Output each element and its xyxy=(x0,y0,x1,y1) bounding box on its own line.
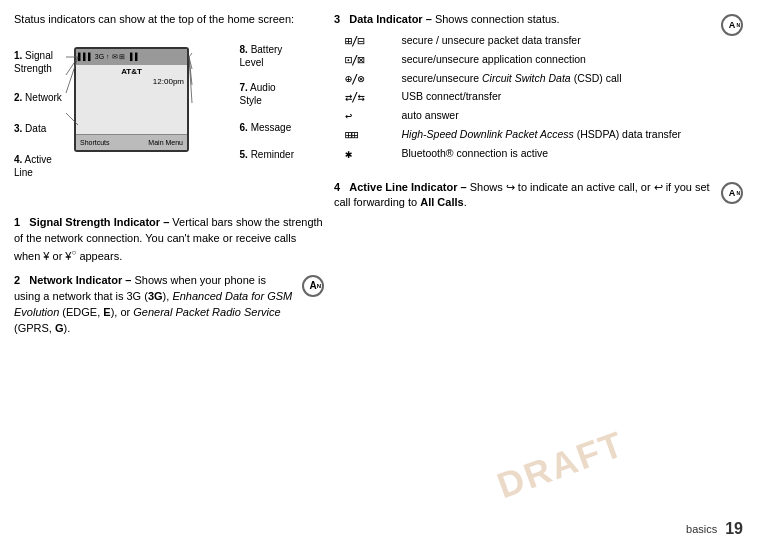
section-2-title: Network Indicator – xyxy=(29,274,131,286)
svg-line-5 xyxy=(189,57,192,69)
label-8: 8. BatteryLevel xyxy=(240,43,294,69)
section-3: 3 Data Indicator – Shows connection stat… xyxy=(334,12,743,172)
indicator-row-7: ✱ Bluetooth® connection is active xyxy=(342,145,721,164)
indicator-desc-6: High-Speed Downlink Packet Access (HSDPA… xyxy=(398,126,721,145)
label-7: 7. AudioStyle xyxy=(240,81,294,107)
indicator-icon-5: ↩ xyxy=(342,107,398,126)
intro-text: Status indicators can show at the top of… xyxy=(14,12,324,27)
indicator-row-2: ⊡/⊠ secure/unsecure application connecti… xyxy=(342,51,721,70)
left-column: Status indicators can show at the top of… xyxy=(14,12,324,534)
section-4-icon: AN xyxy=(721,182,743,204)
label-3: 3. Data xyxy=(14,122,62,135)
section-3-icon: AN xyxy=(721,14,743,36)
indicator-row-5: ↩ auto answer xyxy=(342,107,721,126)
svg-line-4 xyxy=(189,53,192,57)
section-3-body: Shows connection status. xyxy=(435,13,560,25)
shortcuts-label: Shortcuts xyxy=(80,139,110,146)
labels-right: 8. BatteryLevel 7. AudioStyle 6. Message… xyxy=(240,43,294,161)
indicator-icon-4: ⇄/⇆ xyxy=(342,88,398,107)
indicator-row-4: ⇄/⇆ USB connect/transfer xyxy=(342,88,721,107)
indicator-row-3: ⊕/⊗ secure/unsecure Circuit Switch Data … xyxy=(342,70,721,89)
labels-left: 1. SignalStrength 2. Network 3. Data 4. … xyxy=(14,49,62,179)
right-column: 3 Data Indicator – Shows connection stat… xyxy=(334,12,743,534)
indicator-desc-4: USB connect/transfer xyxy=(398,88,721,107)
page-container: Status indicators can show at the top of… xyxy=(0,0,757,546)
indicator-desc-5: auto answer xyxy=(398,107,721,126)
label-2: 2. Network xyxy=(14,91,62,104)
footer: basics 19 xyxy=(686,520,743,538)
indicator-row-6: ⊞⊞ High-Speed Downlink Packet Access (HS… xyxy=(342,126,721,145)
section-4: 4 Active Line Indicator – Shows ↪ to ind… xyxy=(334,180,743,212)
svg-line-7 xyxy=(189,57,192,103)
footer-page-number: 19 xyxy=(725,520,743,538)
carrier-name: AT&T xyxy=(76,65,187,76)
section-1-number: 1 xyxy=(14,216,20,228)
indicator-desc-1: secure / unsecure packet data transfer xyxy=(398,32,721,51)
label-6: 6. Message xyxy=(240,121,294,134)
indicator-desc-2: secure/unsecure application connection xyxy=(398,51,721,70)
phone-shortcuts-bar: Shortcuts Main Menu xyxy=(76,134,187,150)
section-2: 2 Network Indicator – Shows when your ph… xyxy=(14,273,324,337)
indicator-icon-6: ⊞⊞ xyxy=(342,126,398,145)
indicator-icon-3: ⊕/⊗ xyxy=(342,70,398,89)
phone-status-bar: ▌▌▌ 3G ↑ ✉ ⊞ ▐▐ xyxy=(76,49,187,65)
indicator-icon-7: ✱ xyxy=(342,145,398,164)
section-3-number: 3 xyxy=(334,13,340,25)
footer-word: basics xyxy=(686,523,717,535)
section-4-number: 4 xyxy=(334,181,340,193)
section-2-icon: AN xyxy=(302,275,324,297)
svg-line-6 xyxy=(189,57,192,85)
phone-time: 12:00pm xyxy=(76,76,187,87)
indicator-row-1: ⊞/⊟ secure / unsecure packet data transf… xyxy=(342,32,721,51)
indicator-icon-2: ⊡/⊠ xyxy=(342,51,398,70)
section-3-title: Data Indicator – xyxy=(349,13,432,25)
label-1: 1. SignalStrength xyxy=(14,49,62,75)
section-1-title: Signal Strength Indicator – xyxy=(29,216,169,228)
label-5: 5. Reminder xyxy=(240,148,294,161)
indicator-desc-3: secure/unsecure Circuit Switch Data (CSD… xyxy=(398,70,721,89)
indicator-desc-7: Bluetooth® connection is active xyxy=(398,145,721,164)
label-4: 4. ActiveLine xyxy=(14,153,62,179)
section-4-title: Active Line Indicator – xyxy=(349,181,466,193)
main-menu-label: Main Menu xyxy=(148,139,183,146)
phone-diagram: 1. SignalStrength 2. Network 3. Data 4. … xyxy=(14,35,294,205)
phone-screen: ▌▌▌ 3G ↑ ✉ ⊞ ▐▐ AT&T 12:00pm Shortcuts M… xyxy=(74,47,189,152)
section-1: 1 Signal Strength Indicator – Vertical b… xyxy=(14,215,324,264)
indicator-icon-1: ⊞/⊟ xyxy=(342,32,398,51)
indicator-table: ⊞/⊟ secure / unsecure packet data transf… xyxy=(342,32,721,164)
signal-icons: ▌▌▌ 3G ↑ ✉ ⊞ ▐▐ xyxy=(78,53,137,61)
section-2-number: 2 xyxy=(14,274,20,286)
